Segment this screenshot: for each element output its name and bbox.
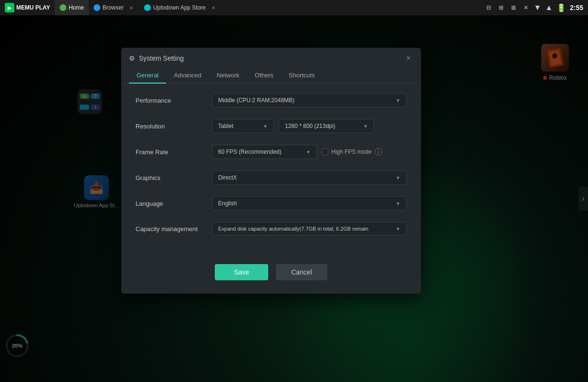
modal-title-area: ⚙ System Setting xyxy=(129,54,184,62)
tab-uptodown-close[interactable]: ✕ xyxy=(210,4,217,11)
resolution-size-value: 1280 * 800 (213dpi) xyxy=(285,123,335,129)
performance-value: Middle (CPU:2 RAM:2048MB) xyxy=(218,97,294,104)
language-dropdown[interactable]: English ▼ xyxy=(212,196,407,211)
tab-browser-label: Browser xyxy=(103,4,124,11)
framerate-label: Frame Rate xyxy=(136,149,212,156)
cancel-button[interactable]: Cancel xyxy=(276,264,327,280)
capacity-row: Capacity management Expand disk capacity… xyxy=(136,222,407,235)
high-fps-checkbox[interactable] xyxy=(322,149,328,155)
high-fps-wrap: High FPS mode i xyxy=(322,148,382,156)
capacity-dropdown[interactable]: Expand disk capacity automatically(7.7GB… xyxy=(212,222,407,235)
modal-body: Performance Middle (CPU:2 RAM:2048MB) ▼ … xyxy=(121,84,421,256)
high-fps-label: High FPS mode xyxy=(331,149,372,155)
modal-close-button[interactable]: × xyxy=(404,53,413,63)
capacity-control: Expand disk capacity automatically(7.7GB… xyxy=(212,222,407,235)
language-label: Language xyxy=(136,200,212,207)
tab-advanced[interactable]: Advanced xyxy=(166,68,209,84)
modal-header: ⚙ System Setting × xyxy=(121,48,421,63)
browser-favicon xyxy=(94,4,100,11)
performance-dropdown[interactable]: Middle (CPU:2 RAM:2048MB) ▼ xyxy=(212,93,407,107)
language-value: English xyxy=(218,200,237,207)
capacity-label: Capacity management xyxy=(136,225,212,233)
uptodown-favicon xyxy=(144,4,151,11)
logo-text: MEMU PLAY xyxy=(16,4,50,11)
tab-browser[interactable]: Browser ✕ xyxy=(89,0,139,15)
tab-uptodown-label: Uptodown App Store xyxy=(153,4,206,11)
desktop: G ? 🌐 i 📥 Uptodown App St... 20% xyxy=(0,15,588,382)
framerate-value: 60 FPS (Recommended) xyxy=(218,149,282,155)
resolution-control: Tablet ▼ 1280 * 800 (213dpi) ▼ xyxy=(212,119,407,133)
resolution-type-arrow: ▼ xyxy=(263,124,268,129)
clock: 2:55 xyxy=(570,4,583,11)
modal-title-text: System Setting xyxy=(139,54,184,62)
tab-others[interactable]: Others xyxy=(247,68,281,84)
window-controls: ⊟ ⊞ ⊠ ✕ xyxy=(483,2,532,13)
modal-tabs: General Advanced Network Others Shortcut… xyxy=(121,68,421,84)
close-btn[interactable]: ✕ xyxy=(520,2,532,13)
graphics-value: DirectX xyxy=(218,174,237,181)
performance-label: Performance xyxy=(136,97,212,104)
resolution-size-arrow: ▼ xyxy=(363,124,368,129)
home-favicon xyxy=(60,4,66,11)
tab-network[interactable]: Network xyxy=(209,68,247,84)
performance-row: Performance Middle (CPU:2 RAM:2048MB) ▼ xyxy=(136,93,407,107)
graphics-dropdown[interactable]: DirectX ▼ xyxy=(212,170,407,185)
maximize-btn[interactable]: ⊠ xyxy=(508,2,519,13)
battery-icon: 🔋 xyxy=(556,3,566,12)
framerate-row: Frame Rate 60 FPS (Recommended) ▼ High F… xyxy=(136,145,407,159)
graphics-arrow: ▼ xyxy=(396,175,400,180)
resolution-type-value: Tablet xyxy=(218,123,233,129)
high-fps-info-icon[interactable]: i xyxy=(375,148,382,156)
resolution-size-dropdown[interactable]: 1280 * 800 (213dpi) ▼ xyxy=(279,119,374,133)
minimize-btn[interactable]: ⊟ xyxy=(483,2,494,13)
logo-icon: ▶ xyxy=(5,3,14,12)
restore-btn[interactable]: ⊞ xyxy=(495,2,507,13)
tab-browser-close[interactable]: ✕ xyxy=(128,4,135,11)
taskbar: ▶ MEMU PLAY Home Browser ✕ Uptodown App … xyxy=(0,0,588,15)
performance-arrow: ▼ xyxy=(396,98,400,103)
wifi-icon: ▼ xyxy=(534,3,541,12)
framerate-control: 60 FPS (Recommended) ▼ High FPS mode i xyxy=(212,145,407,159)
language-row: Language English ▼ xyxy=(136,196,407,211)
modal-footer: Save Cancel xyxy=(121,256,421,294)
signal-icon: ▲ xyxy=(545,3,553,12)
resolution-row: Resolution Tablet ▼ 1280 * 800 (213dpi) … xyxy=(136,119,407,133)
capacity-arrow: ▼ xyxy=(396,226,400,232)
app-logo[interactable]: ▶ MEMU PLAY xyxy=(0,3,55,12)
resolution-type-dropdown[interactable]: Tablet ▼ xyxy=(212,119,274,133)
tab-uptodown[interactable]: Uptodown App Store ✕ xyxy=(139,0,221,15)
framerate-dropdown[interactable]: 60 FPS (Recommended) ▼ xyxy=(212,145,317,159)
capacity-value: Expand disk capacity automatically(7.7GB… xyxy=(218,226,368,232)
language-control: English ▼ xyxy=(212,196,407,211)
taskbar-status: ▼ ▲ 🔋 2:55 xyxy=(534,3,588,12)
graphics-label: Graphics xyxy=(136,174,212,181)
language-arrow: ▼ xyxy=(396,201,400,206)
tabs-bar: Home Browser ✕ Uptodown App Store ✕ xyxy=(55,0,483,15)
resolution-label: Resolution xyxy=(136,123,212,130)
graphics-row: Graphics DirectX ▼ xyxy=(136,170,407,185)
save-button[interactable]: Save xyxy=(215,264,268,280)
tab-general[interactable]: General xyxy=(129,68,166,84)
framerate-arrow: ▼ xyxy=(306,149,311,155)
performance-control: Middle (CPU:2 RAM:2048MB) ▼ xyxy=(212,93,407,107)
tab-shortcuts[interactable]: Shortcuts xyxy=(281,68,323,84)
tab-home-label: Home xyxy=(69,4,84,11)
graphics-control: DirectX ▼ xyxy=(212,170,407,185)
tab-home[interactable]: Home xyxy=(55,0,89,15)
settings-gear-icon: ⚙ xyxy=(129,54,135,62)
system-setting-modal: ⚙ System Setting × General Advanced Netw… xyxy=(121,48,421,294)
